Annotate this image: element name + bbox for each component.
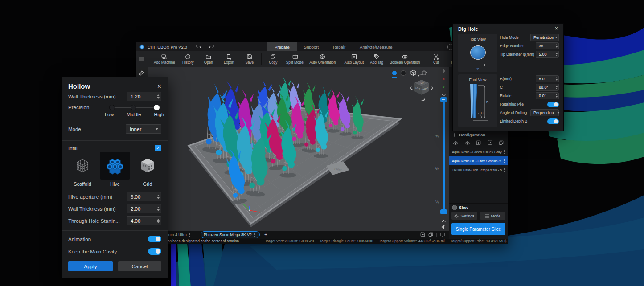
hole-mode-dropdown[interactable]: Penetration <box>530 34 559 41</box>
tab-analyze-measure[interactable]: Analyze/Measure <box>353 42 399 51</box>
history-button[interactable]: History <box>178 51 198 67</box>
redo-button[interactable] <box>207 43 217 50</box>
resin-profile-item[interactable]: Aqua Resin - Green / Blue / Gray-4k / L.… <box>449 147 508 156</box>
add-profile-icon[interactable] <box>476 140 481 145</box>
tab-prepare[interactable]: Prepare <box>267 42 297 51</box>
slider-chevron-down-icon[interactable] <box>440 217 447 224</box>
rotate-input[interactable]: 0.0° <box>536 92 559 99</box>
overflow-menu-icon[interactable] <box>504 151 505 152</box>
limited-depth-toggle[interactable] <box>547 118 559 124</box>
spinner-arrows[interactable] <box>556 77 558 81</box>
tip-diameter-input[interactable]: 5.00 <box>536 51 559 58</box>
wall-thickness-input[interactable]: 1.20 <box>127 92 161 101</box>
spinner-arrows[interactable] <box>556 53 558 56</box>
spinner-arrows[interactable] <box>556 86 558 89</box>
z-clip-slider-track[interactable] <box>443 100 445 212</box>
spinner-arrows[interactable] <box>157 207 160 211</box>
add-machine-tab-button[interactable]: + <box>264 232 267 238</box>
xray-view-button[interactable] <box>401 70 406 76</box>
cut-button[interactable]: Cut <box>426 51 446 67</box>
export-button[interactable]: Export <box>219 51 239 67</box>
split-model-button[interactable]: Split Model <box>283 51 307 67</box>
monitor-icon[interactable] <box>440 233 445 237</box>
infill-checkbox[interactable]: ✓ <box>155 145 161 151</box>
angle-of-drilling-dropdown[interactable]: Perpendicu... <box>530 109 559 116</box>
precision-low-dot[interactable] <box>109 105 115 110</box>
spinner-arrows[interactable] <box>556 44 558 48</box>
history-icon <box>185 54 191 60</box>
resin-profile-item-selected[interactable]: Aqua Resin 8K - Gray / Vanilla / Snow-..… <box>449 156 508 165</box>
precision-high-dot[interactable] <box>154 105 160 110</box>
retaining-pile-toggle[interactable] <box>547 102 559 107</box>
undo-button[interactable] <box>193 43 203 50</box>
section-x-axis-button[interactable]: X <box>440 76 447 82</box>
save-button[interactable]: Save <box>239 51 260 67</box>
spinner-arrows[interactable] <box>157 219 160 223</box>
infill-hive-tile[interactable] <box>100 152 130 180</box>
infill-wall-thickness-input[interactable]: 2.00 <box>127 204 161 213</box>
apply-button[interactable]: Apply <box>68 261 113 271</box>
add-machine-button[interactable]: Add Machine <box>151 51 178 67</box>
tab-repair[interactable]: Repair <box>326 42 353 51</box>
single-parameter-slice-button[interactable]: Single Parameter Slice <box>451 223 505 235</box>
close-icon[interactable]: × <box>157 84 161 89</box>
cancel-button[interactable]: Cancel <box>118 261 161 271</box>
collapse-panel-button[interactable] <box>440 68 447 74</box>
cloud-upload-icon[interactable] <box>465 140 470 145</box>
scaffold-icon <box>74 157 91 175</box>
resin-profile-list: Aqua Resin - Green / Blue / Gray-4k / L.… <box>449 147 508 174</box>
move-clip-icon[interactable] <box>440 224 447 230</box>
overflow-menu-icon[interactable] <box>504 160 505 161</box>
dig-hole-dialog-title: Dig Hole <box>458 26 478 32</box>
save-icon <box>246 54 252 60</box>
screenshot-icon[interactable] <box>420 232 425 237</box>
c-angle-input[interactable]: 88.0° <box>536 84 559 91</box>
z-clip-lower-handle[interactable] <box>440 209 447 214</box>
spinner-arrows[interactable] <box>157 195 160 199</box>
pin-panel-button[interactable] <box>138 70 144 76</box>
tab-support[interactable]: Support <box>297 42 326 51</box>
overflow-menu-icon[interactable] <box>189 234 190 235</box>
navigation-cube[interactable]: TOP LEFT FRONT <box>409 74 435 102</box>
cloud-download-icon[interactable] <box>453 140 458 145</box>
section-y-axis-button[interactable]: Y <box>440 84 447 90</box>
edge-number-input[interactable]: 36 <box>536 42 559 49</box>
spinner-arrows[interactable] <box>157 94 160 99</box>
slice-settings-button[interactable]: Settings <box>451 212 477 220</box>
overflow-menu-icon[interactable] <box>254 234 255 235</box>
auto-layout-button[interactable]: Auto Layout <box>341 51 366 67</box>
machine-tab-phrozen[interactable]: Phrozen Sonic Mega 8K V2 <box>201 231 260 238</box>
viewport-3d[interactable]: Front <box>148 67 449 231</box>
through-hole-input[interactable]: 4.00 <box>127 216 161 225</box>
boolean-operation-button[interactable]: Boolean Operation <box>387 51 422 67</box>
precision-slider-track[interactable] <box>111 107 158 108</box>
close-icon[interactable]: × <box>555 26 558 31</box>
hive-aperture-input[interactable]: 6.00 <box>127 192 161 201</box>
spinner-arrows[interactable] <box>556 94 558 98</box>
overflow-menu-icon[interactable] <box>504 169 505 170</box>
auto-orientation-icon <box>320 54 325 60</box>
chevron-down-icon <box>156 128 158 130</box>
copy-view-icon[interactable] <box>428 232 433 237</box>
keep-main-cavity-toggle[interactable] <box>148 248 161 255</box>
hive-icon <box>106 156 124 175</box>
resin-profile-item[interactable]: TR300 Ultra-High Temp Resin - 50um <box>449 165 508 174</box>
animation-toggle[interactable] <box>148 236 161 242</box>
slice-mode-button[interactable]: Mode <box>480 212 506 220</box>
solid-view-button[interactable] <box>392 71 397 75</box>
b-depth-input[interactable]: 8.0 <box>536 75 559 82</box>
export-profile-icon[interactable] <box>488 140 492 145</box>
z-clip-upper-handle[interactable] <box>440 97 447 102</box>
auto-orientation-button[interactable]: Auto Orientation <box>307 51 338 67</box>
duplicate-profile-icon[interactable] <box>499 140 504 145</box>
open-button[interactable]: Open <box>198 51 219 67</box>
mode-dropdown[interactable]: Inner <box>126 124 161 134</box>
slice-section: Slice Settings Mode Single Parameter Sli… <box>449 203 508 235</box>
infill-grid-tile[interactable] <box>132 152 163 180</box>
copy-button[interactable]: Copy <box>263 51 283 67</box>
add-tag-button[interactable]: Add Tag <box>366 51 387 67</box>
dimension-b-label: B <box>486 100 488 104</box>
main-menu-button[interactable] <box>136 51 148 67</box>
icon-divider <box>436 233 437 237</box>
infill-scaffold-tile[interactable] <box>67 152 98 180</box>
